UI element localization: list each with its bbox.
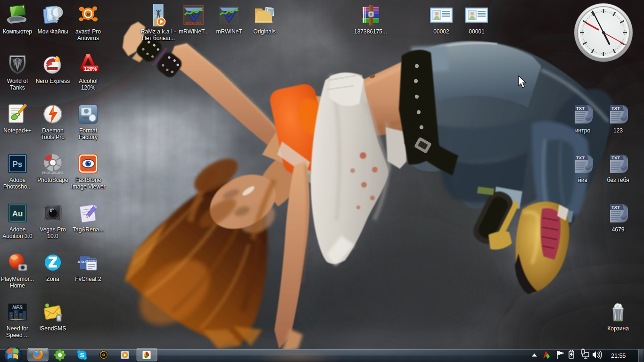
svg-text:a: a [86, 10, 91, 18]
svg-text:120%: 120% [84, 66, 98, 72]
svg-text:PHOTOSCAPE: PHOTOSCAPE [42, 171, 64, 174]
svg-text:Au: Au [12, 209, 23, 218]
svg-text:facebook: facebook [86, 259, 97, 262]
svg-text:TXT: TXT [611, 155, 620, 160]
svg-text:TXT: TXT [576, 155, 585, 160]
svg-text:mRWiNeT: mRWiNeT [186, 21, 202, 25]
svg-text:TXT: TXT [611, 106, 620, 111]
svg-text:Ps: Ps [13, 160, 23, 169]
svg-text:NFS: NFS [12, 304, 23, 310]
svg-text:TXT: TXT [576, 106, 585, 111]
svg-text:TXT: TXT [611, 205, 620, 210]
svg-text:S: S [80, 352, 84, 359]
